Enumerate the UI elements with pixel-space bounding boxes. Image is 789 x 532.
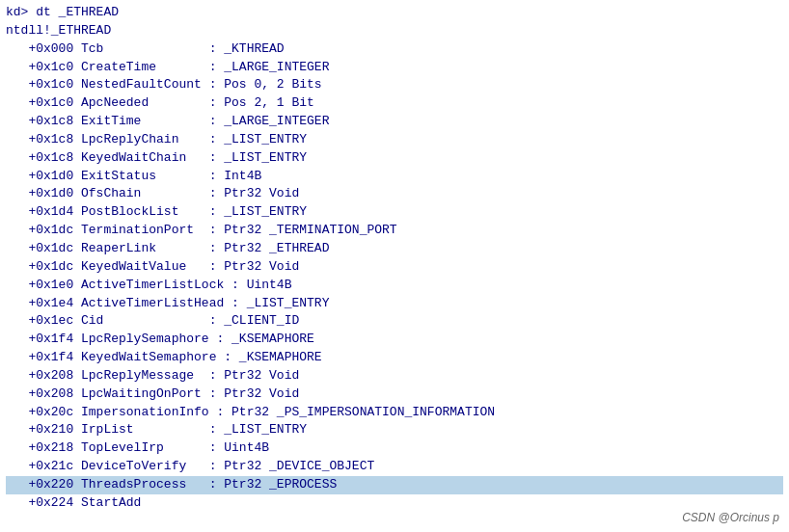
terminal-line: +0x000 Tcb : _KTHREAD [6,40,783,59]
terminal-line: +0x1c0 NestedFaultCount : Pos 0, 2 Bits [6,76,783,94]
terminal-line: +0x208 LpcWaitingOnPort : Ptr32 Void [6,386,783,404]
terminal-line: +0x1c8 KeyedWaitChain : _LIST_ENTRY [6,149,783,168]
terminal-line: +0x1dc TerminationPort : Ptr32 _TERMINAT… [6,222,783,240]
terminal-line: +0x1dc KeyedWaitValue : Ptr32 Void [6,258,783,277]
terminal-line: +0x220 ThreadsProcess : Ptr32 _EPROCESS [6,476,783,494]
terminal-line: +0x1f4 KeyedWaitSemaphore : _KSEMAPHORE [6,349,783,367]
terminal-line: ntdll!_ETHREAD [6,22,783,40]
terminal-line: +0x1c0 CreateTime : _LARGE_INTEGER [6,59,783,77]
terminal-line: +0x21c DeviceToVerify : Ptr32 _DEVICE_OB… [6,458,783,476]
terminal-line: +0x1d0 OfsChain : Ptr32 Void [6,185,783,203]
terminal-line: +0x20c ImpersonationInfo : Ptr32 _PS_IMP… [6,404,783,422]
terminal-line: +0x1d0 ExitStatus : Int4B [6,168,783,186]
terminal-line: +0x224 StartAdd [6,494,783,513]
terminal-line: +0x1e0 ActiveTimerListLock : Uint4B [6,277,783,295]
terminal-line: +0x210 IrpList : _LIST_ENTRY [6,421,783,439]
terminal-line: kd> dt _ETHREAD [6,4,783,22]
terminal-line: +0x208 LpcReplyMessage : Ptr32 Void [6,367,783,386]
terminal-line: +0x1c0 ApcNeeded : Pos 2, 1 Bit [6,94,783,113]
terminal-line: +0x1e4 ActiveTimerListHead : _LIST_ENTRY [6,295,783,313]
terminal-line: +0x1d4 PostBlockList : _LIST_ENTRY [6,203,783,222]
terminal-line: +0x1dc ReaperLink : Ptr32 _ETHREAD [6,240,783,258]
terminal-line: +0x1c8 ExitTime : _LARGE_INTEGER [6,113,783,131]
terminal-line: +0x1c8 LpcReplyChain : _LIST_ENTRY [6,131,783,149]
terminal-line: +0x218 TopLevelIrp : Uint4B [6,439,783,458]
terminal-line: +0x1ec Cid : _CLIENT_ID [6,312,783,331]
terminal-line: +0x1f4 LpcReplySemaphore : _KSEMAPHORE [6,331,783,349]
watermark: CSDN @Orcinus p [682,511,779,524]
terminal-window: kd> dt _ETHREADntdll!_ETHREAD +0x000 Tcb… [0,0,789,532]
